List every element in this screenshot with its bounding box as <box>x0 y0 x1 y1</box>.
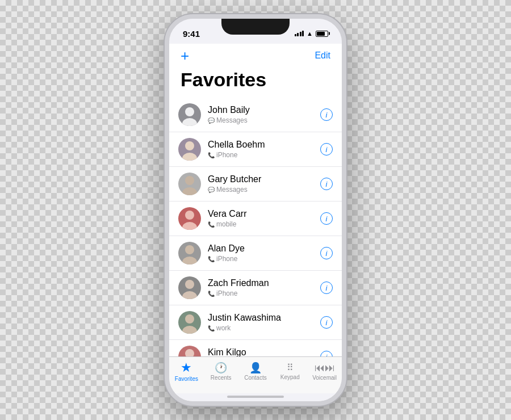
info-button[interactable]: i <box>320 282 333 294</box>
list-item[interactable]: Kim Kilgo 💬 Messages i <box>169 340 342 356</box>
svg-point-9 <box>182 257 197 264</box>
recents-label: Recents <box>211 375 232 381</box>
voicemail-label: Voicemail <box>312 375 337 381</box>
svg-point-5 <box>182 187 197 195</box>
battery-icon <box>316 31 328 37</box>
contact-info: Gary Butcher 💬 Messages <box>208 174 313 194</box>
tab-voicemail[interactable]: ⏮⏭ Voicemail <box>307 363 342 381</box>
tab-contacts[interactable]: 👤 Contacts <box>238 363 273 381</box>
svg-point-13 <box>182 326 197 334</box>
contact-name: Gary Butcher <box>208 174 313 184</box>
contact-type: 📞 mobile <box>208 220 313 228</box>
svg-point-11 <box>182 291 197 299</box>
home-bar <box>227 396 284 398</box>
info-button[interactable]: i <box>320 212 333 225</box>
svg-point-3 <box>182 153 197 161</box>
contact-info: Alan Dye 📞 iPhone <box>208 243 313 263</box>
contacts-label: Contacts <box>244 375 266 381</box>
wifi-icon: ▲ <box>307 30 313 37</box>
tab-keypad[interactable]: ⠿ Keypad <box>273 363 307 380</box>
status-time: 9:41 <box>183 29 200 39</box>
nav-bar: + Edit <box>169 44 342 66</box>
list-item[interactable]: Gary Butcher 💬 Messages i <box>169 167 342 201</box>
notch <box>221 19 290 35</box>
contact-info: Zach Friedman 📞 iPhone <box>208 278 313 297</box>
info-button[interactable]: i <box>320 178 333 190</box>
list-item[interactable]: Vera Carr 📞 mobile i <box>169 201 342 236</box>
contact-type: 💬 Messages <box>208 186 313 194</box>
info-button[interactable]: i <box>320 108 333 121</box>
add-button[interactable]: + <box>181 48 189 63</box>
info-button[interactable]: i <box>320 143 333 156</box>
contact-name: Zach Friedman <box>208 278 313 288</box>
svg-point-14 <box>185 349 194 356</box>
svg-point-4 <box>185 176 194 185</box>
contact-info: John Baily 💬 Messages <box>208 105 313 124</box>
avatar <box>178 242 201 264</box>
tab-recents[interactable]: 🕐 Recents <box>204 363 238 381</box>
avatar <box>178 103 201 126</box>
contact-name: Vera Carr <box>208 209 313 219</box>
page-title: Favorites <box>169 66 342 98</box>
avatar <box>178 207 201 230</box>
list-item[interactable]: John Baily 💬 Messages i <box>169 98 342 132</box>
phone-screen: 9:41 ▲ + Edit Favor <box>169 19 342 401</box>
contact-info: Chella Boehm 📞 iPhone <box>208 140 313 159</box>
avatar <box>178 173 201 195</box>
svg-point-12 <box>185 314 194 324</box>
voicemail-icon: ⏮⏭ <box>315 363 335 373</box>
keypad-icon: ⠿ <box>287 363 294 372</box>
contact-type: 📞 iPhone <box>208 151 313 159</box>
avatar <box>178 311 201 334</box>
list-item[interactable]: Chella Boehm 📞 iPhone i <box>169 132 342 167</box>
svg-point-6 <box>185 211 194 220</box>
contact-info: Kim Kilgo 💬 Messages <box>208 347 313 356</box>
contact-type: 📞 work <box>208 324 313 332</box>
info-button[interactable]: i <box>320 316 333 329</box>
tab-bar: ★ Favorites 🕐 Recents 👤 Contacts ⠿ Keypa… <box>169 356 342 393</box>
list-item[interactable]: Zach Friedman 📞 iPhone i <box>169 271 342 305</box>
list-item[interactable]: Alan Dye 📞 iPhone i <box>169 236 342 271</box>
contact-type: 📞 iPhone <box>208 289 313 297</box>
svg-point-10 <box>185 280 194 289</box>
avatar <box>178 276 201 299</box>
contact-info: Vera Carr 📞 mobile <box>208 209 313 228</box>
tab-favorites[interactable]: ★ Favorites <box>169 362 204 382</box>
favorites-icon: ★ <box>181 362 192 374</box>
keypad-label: Keypad <box>280 374 300 380</box>
favorites-list: John Baily 💬 Messages i <box>169 98 342 356</box>
info-button[interactable]: i <box>320 351 333 356</box>
contact-type: 💬 Messages <box>208 116 313 124</box>
svg-point-2 <box>185 141 194 150</box>
list-item[interactable]: Justin Kawashima 📞 work i <box>169 305 342 340</box>
contact-name: Chella Boehm <box>208 140 313 150</box>
contact-type: 📞 iPhone <box>208 255 313 263</box>
svg-point-0 <box>185 107 194 116</box>
avatar <box>178 346 201 356</box>
home-indicator <box>169 393 342 401</box>
favorites-label: Favorites <box>175 376 198 382</box>
contact-name: John Baily <box>208 105 313 115</box>
contact-name: Justin Kawashima <box>208 313 313 323</box>
svg-point-7 <box>182 222 197 230</box>
contact-name: Alan Dye <box>208 243 313 254</box>
recents-icon: 🕐 <box>215 363 227 373</box>
contact-name: Kim Kilgo <box>208 347 313 356</box>
info-button[interactable]: i <box>320 247 333 259</box>
contact-info: Justin Kawashima 📞 work <box>208 313 313 332</box>
svg-point-8 <box>185 245 194 254</box>
edit-button[interactable]: Edit <box>315 51 330 61</box>
main-content: + Edit Favorites John Baily <box>169 44 342 356</box>
signal-icon <box>295 31 304 36</box>
contacts-icon: 👤 <box>249 363 262 373</box>
phone-frame: 9:41 ▲ + Edit Favor <box>165 14 346 406</box>
status-icons: ▲ <box>295 30 328 37</box>
avatar <box>178 138 201 161</box>
svg-point-1 <box>182 118 197 126</box>
